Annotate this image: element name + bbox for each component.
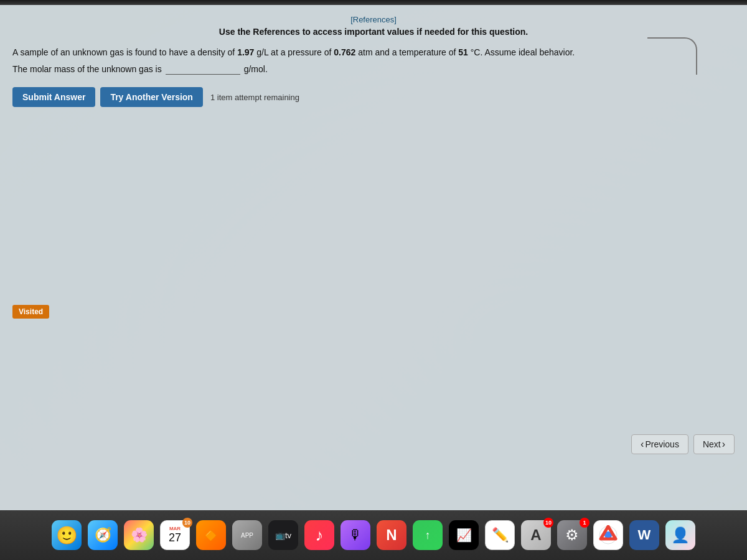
molar-mass-input[interactable] (166, 63, 240, 75)
generic-app-icon: APP (232, 520, 262, 550)
main-content: [References] Use the References to acces… (0, 0, 747, 510)
green-app-icon: ↑ (413, 520, 443, 550)
word-icon: W (629, 520, 659, 550)
dock-settings[interactable]: ⚙ 1 (556, 519, 588, 551)
calendar-badge: 10 (182, 518, 192, 528)
podcast-icon: 🎙 (341, 520, 370, 550)
dock-photos[interactable]: 🌸 (123, 519, 155, 551)
chevron-left-icon: ‹ (641, 439, 644, 450)
profile-icon: 👤 (665, 520, 695, 550)
dock-font-app[interactable]: A 10 (520, 519, 552, 551)
chrome-icon (593, 520, 623, 550)
dock-notes[interactable]: ✏️ (484, 519, 516, 551)
dock-swift-app[interactable]: N (375, 519, 408, 551)
visited-badge[interactable]: Visited (12, 305, 49, 319)
photos-icon: 🌸 (124, 520, 154, 550)
question-text: A sample of an unknown gas is found to h… (12, 45, 735, 59)
answer-unit: g/mol. (244, 64, 268, 74)
buttons-row: Submit Answer Try Another Version 1 item… (12, 87, 735, 107)
dock-appletv[interactable]: 📺tv (267, 519, 299, 551)
dock-profile[interactable]: 👤 (664, 519, 697, 551)
previous-button[interactable]: ‹ Previous (631, 434, 688, 454)
previous-label: Previous (645, 439, 679, 449)
font-app-badge: 10 (543, 518, 553, 528)
references-link[interactable]: [References] (350, 15, 397, 24)
finder-icon: 🙂 (52, 520, 82, 550)
next-button[interactable]: Next › (693, 434, 735, 454)
navigation-buttons: ‹ Previous Next › (631, 434, 735, 454)
try-another-version-button[interactable]: Try Another Version (100, 87, 203, 107)
temp-value: 51 (458, 47, 468, 57)
chevron-right-icon: › (722, 439, 725, 450)
answer-line: The molar mass of the unknown gas is g/m… (12, 63, 735, 75)
dock-music[interactable]: ♪ (303, 519, 336, 551)
dock-stocks[interactable]: 📈 (448, 519, 480, 551)
answer-prompt: The molar mass of the unknown gas is (12, 64, 162, 74)
safari-icon: 🧭 (88, 520, 118, 550)
decorative-curve (647, 37, 697, 75)
instructions-text: Use the References to access important v… (12, 27, 735, 37)
dock-orange-app[interactable]: 🔶 (195, 519, 227, 551)
dock-finder[interactable]: 🙂 (50, 519, 83, 551)
dock-green-app[interactable]: ↑ (411, 519, 444, 551)
pressure-value: 0.762 (334, 47, 355, 57)
orange-app-icon: 🔶 (196, 520, 226, 550)
swift-app-icon: N (377, 520, 406, 550)
stocks-icon: 📈 (449, 520, 479, 550)
appletv-icon: 📺tv (268, 520, 298, 550)
top-bar (0, 0, 747, 5)
references-bar: [References] (12, 10, 735, 27)
dock-calendar[interactable]: MAR 27 10 (159, 519, 191, 551)
settings-badge: 1 (580, 518, 590, 528)
music-icon: ♪ (304, 520, 334, 550)
next-label: Next (703, 439, 721, 449)
calendar-day: 27 (169, 531, 181, 544)
svg-point-2 (606, 533, 611, 538)
attempt-remaining-text: 1 item attempt remaining (210, 93, 299, 102)
dock-word[interactable]: W (628, 519, 660, 551)
calendar-month: MAR (169, 526, 181, 531)
macos-dock: 🙂 🧭 🌸 MAR 27 10 🔶 APP 📺tv ♪ 🎙 (0, 510, 747, 560)
notes-icon: ✏️ (485, 520, 515, 550)
dock-chrome[interactable] (592, 519, 624, 551)
dock-generic-app[interactable]: APP (231, 519, 263, 551)
submit-answer-button[interactable]: Submit Answer (12, 87, 95, 107)
dock-safari[interactable]: 🧭 (87, 519, 119, 551)
density-value: 1.97 (237, 47, 254, 57)
dock-podcast[interactable]: 🎙 (339, 519, 372, 551)
